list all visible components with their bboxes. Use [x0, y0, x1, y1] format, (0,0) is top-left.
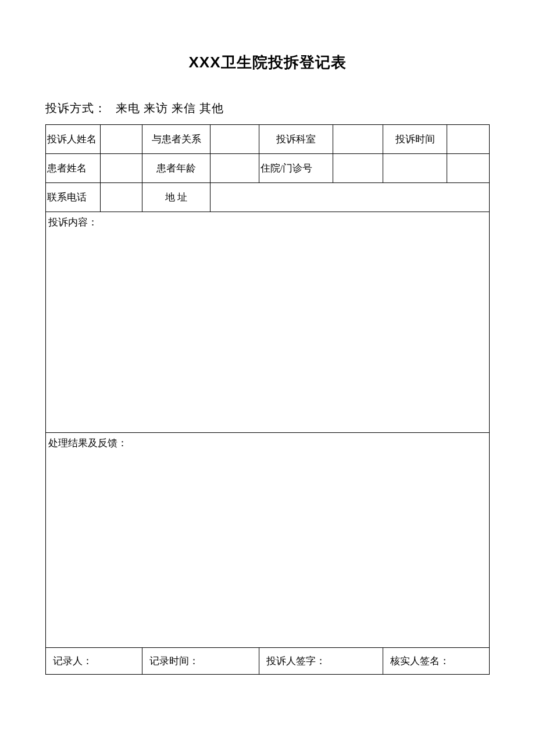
- table-row: 处理结果及反馈：: [46, 433, 490, 648]
- phone-label: 联系电话: [46, 183, 101, 212]
- result-feedback-cell[interactable]: 处理结果及反馈：: [46, 433, 490, 648]
- patient-age-value[interactable]: [211, 154, 259, 183]
- complaint-method-line: 投诉方式： 来电 来访 来信 其他: [45, 101, 490, 116]
- blank-cell: [383, 154, 447, 183]
- table-row: 投诉内容：: [46, 212, 490, 433]
- recorder-label[interactable]: 记录人：: [46, 648, 142, 675]
- table-row: 记录人： 记录时间： 投诉人签字： 核实人签名：: [46, 648, 490, 675]
- complainant-sign-label[interactable]: 投诉人签字：: [259, 648, 383, 675]
- verifier-sign-label[interactable]: 核实人签名：: [383, 648, 489, 675]
- result-feedback-label: 处理结果及反馈：: [48, 438, 127, 449]
- table-row: 患者姓名 患者年龄 住院/门诊号: [46, 154, 490, 183]
- blank-cell: [447, 154, 490, 183]
- phone-value[interactable]: [100, 183, 142, 212]
- page-title: XXX卫生院投拆登记表: [45, 52, 490, 73]
- relation-label: 与患者关系: [142, 125, 211, 154]
- complaint-method-options: 来电 来访 来信 其他: [116, 102, 224, 114]
- complaint-content-cell[interactable]: 投诉内容：: [46, 212, 490, 433]
- table-row: 联系电话 地 址: [46, 183, 490, 212]
- complainant-name-value[interactable]: [100, 125, 142, 154]
- table-row: 投诉人姓名 与患者关系 投诉科室 投诉时间: [46, 125, 490, 154]
- complaint-form-table: 投诉人姓名 与患者关系 投诉科室 投诉时间 患者姓名 患者年龄 住院/门诊号 联…: [45, 124, 490, 675]
- complaint-content-label: 投诉内容：: [48, 217, 98, 228]
- address-value[interactable]: [211, 183, 490, 212]
- department-label: 投诉科室: [259, 125, 333, 154]
- inpatient-no-label: 住院/门诊号: [259, 154, 333, 183]
- patient-name-label: 患者姓名: [46, 154, 101, 183]
- complaint-time-label: 投诉时间: [383, 125, 447, 154]
- patient-age-label: 患者年龄: [142, 154, 211, 183]
- complaint-method-label: 投诉方式：: [45, 102, 106, 114]
- department-value[interactable]: [333, 125, 383, 154]
- complaint-time-value[interactable]: [447, 125, 490, 154]
- record-time-label[interactable]: 记录时间：: [142, 648, 259, 675]
- address-label: 地 址: [142, 183, 211, 212]
- relation-value[interactable]: [211, 125, 259, 154]
- complainant-name-label: 投诉人姓名: [46, 125, 101, 154]
- patient-name-value[interactable]: [100, 154, 142, 183]
- inpatient-no-value[interactable]: [333, 154, 383, 183]
